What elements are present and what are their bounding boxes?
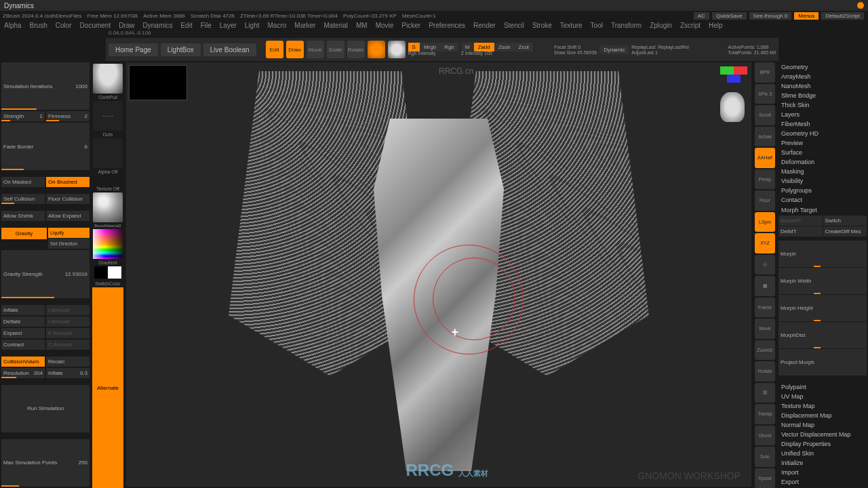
menu-file[interactable]: File <box>197 22 216 29</box>
panel-displacement-map[interactable]: Displacement Map <box>778 411 867 420</box>
color-white-swatch[interactable] <box>108 266 121 279</box>
morph-width-slider[interactable]: Morph Width <box>778 268 867 294</box>
nav-icon-5[interactable]: Persp <box>755 169 775 190</box>
panel-initialize[interactable]: Initialize <box>778 458 867 468</box>
color-black-swatch[interactable] <box>94 266 108 279</box>
menu-marker[interactable]: Marker <box>290 22 319 29</box>
menu-color[interactable]: Color <box>52 22 76 29</box>
panel-export[interactable]: Export <box>778 477 867 487</box>
nav-icon-4[interactable]: AAHalf <box>755 148 775 168</box>
panel-texture-map[interactable]: Texture Map <box>778 401 867 411</box>
panel-nanomesh[interactable]: NanoMesh <box>778 81 867 91</box>
del-mt-button[interactable]: DelMT <box>778 226 823 237</box>
menus-button[interactable]: Menus <box>794 12 818 20</box>
nav-icon-14[interactable]: Rotate <box>755 361 775 382</box>
z-intensity-slider[interactable]: Z Intensity 100 <box>461 51 533 56</box>
menu-alpha[interactable]: Alpha <box>0 22 26 29</box>
max-sim-points-slider[interactable]: Max Simulation Points250 <box>1 439 90 487</box>
panel-masking[interactable]: Masking <box>778 167 867 176</box>
expand-amount-slider[interactable]: E Amount <box>46 328 90 338</box>
menu-brush[interactable]: Brush <box>26 22 52 29</box>
menu-help[interactable]: Help <box>705 22 727 29</box>
camera-thumbnail[interactable] <box>720 92 745 122</box>
menu-zscript[interactable]: Zscript <box>676 22 705 29</box>
move-mode-button[interactable]: Move <box>307 41 324 58</box>
panel-geometry[interactable]: Geometry <box>778 62 867 72</box>
menu-edit[interactable]: Edit <box>176 22 196 29</box>
live-boolean-button[interactable]: Live Boolean <box>203 43 256 56</box>
see-through-slider[interactable]: See-through 0 <box>749 12 792 20</box>
quicksave-button[interactable]: QuickSave <box>712 12 747 20</box>
nav-icon-11[interactable]: Frame <box>755 298 775 318</box>
menu-movie[interactable]: Movie <box>372 22 398 29</box>
inflate-amount-slider[interactable]: I Amount <box>46 305 90 315</box>
allow-expand-button[interactable]: Allow Expand <box>46 211 90 221</box>
liquify-button[interactable]: Liquify <box>48 228 90 238</box>
edit-mode-button[interactable]: Edit <box>266 41 283 58</box>
nav-icon-16[interactable]: Transp <box>755 404 775 424</box>
deflate-amount-slider[interactable]: I Amount <box>46 317 90 327</box>
collision-volume-button[interactable]: CollisionVolum <box>1 357 45 367</box>
inflate-value-slider[interactable]: Inflate0.3 <box>46 368 90 378</box>
strength-slider[interactable]: Strength1 <box>1 111 45 121</box>
menu-transform[interactable]: Transform <box>607 22 646 29</box>
menu-stroke[interactable]: Stroke <box>528 22 556 29</box>
lightbox-button[interactable]: LightBox <box>161 43 201 56</box>
viewport[interactable]: + RRCG 人人素材 GNOMON WORKSHOP RRCG.cn <box>126 62 751 487</box>
recalc-button[interactable]: Recalc <box>46 357 90 367</box>
firmness-slider[interactable]: Firmness2 <box>46 111 90 121</box>
nav-icon-1[interactable]: SPix 3 <box>755 84 775 104</box>
morph-slider[interactable]: Morph <box>778 241 867 267</box>
rgb-intensity-slider[interactable]: Rgb Intensity <box>408 51 458 56</box>
panel-surface[interactable]: Surface <box>778 148 867 157</box>
panel-contact[interactable]: Contact <box>778 195 867 205</box>
nav-icon-6[interactable]: Floor <box>755 190 775 211</box>
panel-fibermesh[interactable]: FiberMesh <box>778 119 867 129</box>
allow-shrink-button[interactable]: Allow Shrink <box>1 211 45 221</box>
panel-geometry-hd[interactable]: Geometry HD <box>778 129 867 138</box>
draw-size-slider[interactable]: Draw Size 45.58936 <box>554 50 597 55</box>
nav-icon-7[interactable]: LSym <box>755 212 775 232</box>
color-picker[interactable] <box>93 229 123 259</box>
morph-dist-slider[interactable]: MorphDist <box>778 322 867 348</box>
set-direction-button[interactable]: Set Direction <box>48 239 90 249</box>
panel-slime-bridge[interactable]: Slime Bridge <box>778 91 867 100</box>
self-collision-button[interactable]: Self Collision <box>1 194 45 204</box>
panel-normal-map[interactable]: Normal Map <box>778 420 867 430</box>
nav-icon-0[interactable]: BPR <box>755 62 775 83</box>
adjust-last-slider[interactable]: AdjustLast 1 <box>631 50 688 55</box>
stroke-thumbnail[interactable]: ⋯⋯ <box>93 101 123 131</box>
alpha-thumbnail[interactable] <box>93 138 123 168</box>
panel-vector-displacement-map[interactable]: Vector Displacement Map <box>778 430 867 439</box>
menu-mm[interactable]: MM <box>352 22 372 29</box>
on-masked-button[interactable]: On Masked <box>1 177 45 187</box>
nav-icon-13[interactable]: ZoomD <box>755 340 775 361</box>
panel-polygroups[interactable]: Polygroups <box>778 186 867 195</box>
sphere-preview-icon[interactable] <box>388 41 406 58</box>
panel-preview[interactable]: Preview <box>778 138 867 148</box>
nav-icon-18[interactable]: Solo <box>755 447 775 467</box>
run-simulation-button[interactable]: Run Simulation <box>1 385 90 432</box>
rotate-mode-button[interactable]: Rotate <box>347 41 365 58</box>
menu-picker[interactable]: Picker <box>397 22 425 29</box>
deflate-button[interactable]: Deflate <box>1 317 45 327</box>
nav-icon-15[interactable]: ▥ <box>755 383 775 403</box>
menu-layer[interactable]: Layer <box>216 22 241 29</box>
material-thumbnail[interactable] <box>93 192 123 222</box>
menu-texture[interactable]: Texture <box>556 22 587 29</box>
panel-arraymesh[interactable]: ArrayMesh <box>778 72 867 81</box>
brush-thumbnail[interactable] <box>93 64 123 94</box>
store-mt-button[interactable]: StoreMT <box>778 216 823 226</box>
menu-material[interactable]: Material <box>319 22 352 29</box>
fade-border-slider[interactable]: Fade Border6 <box>1 123 90 170</box>
nav-icon-9[interactable]: ◎ <box>755 255 775 275</box>
panel-display-properties[interactable]: Display Properties <box>778 439 867 449</box>
nav-icon-19[interactable]: Xpose <box>755 468 775 489</box>
dynamic-button[interactable]: Dynamic <box>599 45 629 54</box>
contract-amount-slider[interactable]: C Amount <box>46 340 90 350</box>
default-zscript[interactable]: DefaultZScript <box>821 12 864 20</box>
resolution-slider[interactable]: Resolution204 <box>1 368 45 378</box>
panel-layers[interactable]: Layers <box>778 110 867 119</box>
replay-last-rel-button[interactable]: ReplayLastRel <box>658 45 689 49</box>
menu-stencil[interactable]: Stencil <box>500 22 528 29</box>
